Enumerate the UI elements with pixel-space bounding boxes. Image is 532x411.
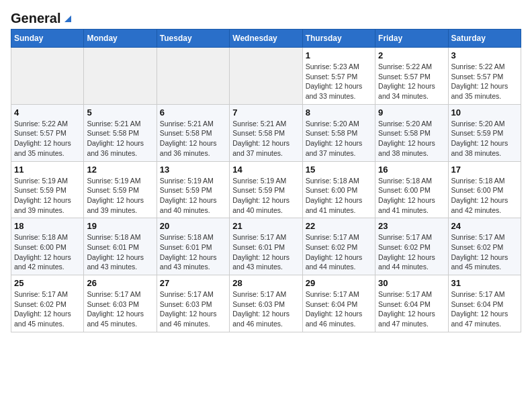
cell-date-number: 14 (232, 165, 299, 175)
cell-info-text: Sunrise: 5:21 AMSunset: 5:58 PMDaylight:… (87, 119, 153, 158)
calendar-cell: 16Sunrise: 5:18 AMSunset: 6:00 PMDayligh… (375, 161, 448, 218)
calendar-cell: 14Sunrise: 5:19 AMSunset: 5:59 PMDayligh… (230, 161, 302, 218)
cell-date-number: 5 (87, 107, 153, 118)
calendar-day-header: Monday (84, 30, 157, 48)
cell-date-number: 23 (378, 221, 445, 231)
cell-info-text: Sunrise: 5:18 AMSunset: 6:00 PMDaylight:… (378, 176, 445, 216)
cell-info-text: Sunrise: 5:17 AMSunset: 6:03 PMDaylight:… (87, 289, 153, 329)
cell-info-text: Sunrise: 5:17 AMSunset: 6:02 PMDaylight:… (306, 232, 372, 272)
calendar-cell: 12Sunrise: 5:19 AMSunset: 5:59 PMDayligh… (84, 161, 157, 218)
cell-info-text: Sunrise: 5:17 AMSunset: 6:04 PMDaylight:… (451, 289, 518, 329)
cell-date-number: 18 (14, 221, 81, 231)
calendar-cell: 30Sunrise: 5:17 AMSunset: 6:04 PMDayligh… (375, 275, 448, 332)
calendar-cell: 23Sunrise: 5:17 AMSunset: 6:02 PMDayligh… (375, 218, 448, 275)
calendar-cell (157, 48, 229, 105)
cell-info-text: Sunrise: 5:18 AMSunset: 6:01 PMDaylight:… (160, 232, 226, 272)
svg-marker-0 (64, 15, 71, 22)
calendar-cell: 17Sunrise: 5:18 AMSunset: 6:00 PMDayligh… (448, 161, 521, 218)
cell-date-number: 13 (160, 165, 226, 175)
cell-info-text: Sunrise: 5:18 AMSunset: 6:00 PMDaylight:… (14, 232, 81, 272)
cell-date-number: 6 (160, 107, 226, 118)
cell-date-number: 17 (451, 165, 518, 175)
cell-date-number: 19 (87, 221, 153, 231)
calendar-cell: 4Sunrise: 5:22 AMSunset: 5:57 PMDaylight… (11, 104, 84, 161)
calendar-cell: 7Sunrise: 5:21 AMSunset: 5:58 PMDaylight… (230, 104, 302, 161)
cell-date-number: 16 (378, 165, 445, 175)
calendar-week-row: 18Sunrise: 5:18 AMSunset: 6:00 PMDayligh… (11, 218, 521, 275)
cell-date-number: 24 (451, 221, 518, 231)
cell-date-number: 28 (232, 278, 299, 288)
calendar-cell: 10Sunrise: 5:20 AMSunset: 5:59 PMDayligh… (448, 104, 521, 161)
calendar-cell: 2Sunrise: 5:22 AMSunset: 5:57 PMDaylight… (375, 48, 448, 105)
cell-info-text: Sunrise: 5:19 AMSunset: 5:59 PMDaylight:… (160, 176, 226, 216)
calendar-cell: 28Sunrise: 5:17 AMSunset: 6:03 PMDayligh… (230, 275, 302, 332)
calendar-cell: 9Sunrise: 5:20 AMSunset: 5:58 PMDaylight… (375, 104, 448, 161)
cell-info-text: Sunrise: 5:22 AMSunset: 5:57 PMDaylight:… (378, 62, 445, 101)
cell-date-number: 26 (87, 278, 153, 288)
cell-date-number: 15 (306, 165, 372, 175)
cell-date-number: 25 (14, 278, 81, 288)
calendar-cell: 22Sunrise: 5:17 AMSunset: 6:02 PMDayligh… (302, 218, 375, 275)
cell-info-text: Sunrise: 5:17 AMSunset: 6:01 PMDaylight:… (232, 232, 299, 272)
calendar-week-row: 1Sunrise: 5:23 AMSunset: 5:57 PMDaylight… (11, 48, 521, 105)
calendar-cell: 18Sunrise: 5:18 AMSunset: 6:00 PMDayligh… (11, 218, 84, 275)
cell-date-number: 30 (378, 278, 445, 288)
calendar-cell: 19Sunrise: 5:18 AMSunset: 6:01 PMDayligh… (84, 218, 157, 275)
cell-info-text: Sunrise: 5:20 AMSunset: 5:58 PMDaylight:… (378, 119, 445, 158)
cell-info-text: Sunrise: 5:23 AMSunset: 5:57 PMDaylight:… (306, 62, 372, 101)
cell-info-text: Sunrise: 5:17 AMSunset: 6:02 PMDaylight:… (14, 289, 81, 329)
cell-info-text: Sunrise: 5:19 AMSunset: 5:59 PMDaylight:… (232, 176, 299, 216)
logo: General (11, 11, 74, 24)
calendar-header: SundayMondayTuesdayWednesdayThursdayFrid… (11, 30, 521, 48)
cell-info-text: Sunrise: 5:21 AMSunset: 5:58 PMDaylight:… (160, 119, 226, 158)
cell-info-text: Sunrise: 5:17 AMSunset: 6:02 PMDaylight:… (451, 232, 518, 272)
cell-info-text: Sunrise: 5:22 AMSunset: 5:57 PMDaylight:… (14, 119, 81, 158)
cell-info-text: Sunrise: 5:18 AMSunset: 6:01 PMDaylight:… (87, 232, 153, 272)
calendar-cell: 1Sunrise: 5:23 AMSunset: 5:57 PMDaylight… (302, 48, 375, 105)
calendar-cell (11, 48, 84, 105)
calendar-cell: 3Sunrise: 5:22 AMSunset: 5:57 PMDaylight… (448, 48, 521, 105)
cell-date-number: 3 (451, 50, 518, 60)
logo-arrow-icon (62, 13, 74, 25)
cell-date-number: 21 (232, 221, 299, 231)
calendar-week-row: 4Sunrise: 5:22 AMSunset: 5:57 PMDaylight… (11, 104, 521, 161)
calendar-day-header: Thursday (302, 30, 375, 48)
cell-date-number: 12 (87, 165, 153, 175)
cell-date-number: 20 (160, 221, 226, 231)
header: General (11, 11, 521, 24)
cell-info-text: Sunrise: 5:17 AMSunset: 6:03 PMDaylight:… (232, 289, 299, 329)
calendar-cell: 26Sunrise: 5:17 AMSunset: 6:03 PMDayligh… (84, 275, 157, 332)
cell-date-number: 22 (306, 221, 372, 231)
cell-info-text: Sunrise: 5:18 AMSunset: 6:00 PMDaylight:… (306, 176, 372, 216)
calendar-cell: 29Sunrise: 5:17 AMSunset: 6:04 PMDayligh… (302, 275, 375, 332)
cell-date-number: 29 (306, 278, 372, 288)
cell-date-number: 31 (451, 278, 518, 288)
calendar-cell: 8Sunrise: 5:20 AMSunset: 5:58 PMDaylight… (302, 104, 375, 161)
cell-info-text: Sunrise: 5:17 AMSunset: 6:04 PMDaylight:… (378, 289, 445, 329)
cell-date-number: 7 (232, 107, 299, 118)
calendar-cell: 11Sunrise: 5:19 AMSunset: 5:59 PMDayligh… (11, 161, 84, 218)
calendar-cell: 21Sunrise: 5:17 AMSunset: 6:01 PMDayligh… (230, 218, 302, 275)
logo-general: General (11, 11, 60, 26)
calendar-cell: 13Sunrise: 5:19 AMSunset: 5:59 PMDayligh… (157, 161, 229, 218)
calendar-day-header: Wednesday (230, 30, 302, 48)
cell-info-text: Sunrise: 5:21 AMSunset: 5:58 PMDaylight:… (232, 119, 299, 158)
cell-info-text: Sunrise: 5:22 AMSunset: 5:57 PMDaylight:… (451, 62, 518, 101)
calendar-day-header: Saturday (448, 30, 521, 48)
calendar-cell: 31Sunrise: 5:17 AMSunset: 6:04 PMDayligh… (448, 275, 521, 332)
cell-info-text: Sunrise: 5:19 AMSunset: 5:59 PMDaylight:… (14, 176, 81, 216)
cell-info-text: Sunrise: 5:20 AMSunset: 5:59 PMDaylight:… (451, 119, 518, 158)
cell-date-number: 11 (14, 165, 81, 175)
calendar-day-header: Sunday (11, 30, 84, 48)
calendar-cell: 25Sunrise: 5:17 AMSunset: 6:02 PMDayligh… (11, 275, 84, 332)
calendar-cell: 24Sunrise: 5:17 AMSunset: 6:02 PMDayligh… (448, 218, 521, 275)
cell-date-number: 27 (160, 278, 226, 288)
cell-date-number: 4 (14, 107, 81, 118)
calendar-cell (84, 48, 157, 105)
calendar-cell: 15Sunrise: 5:18 AMSunset: 6:00 PMDayligh… (302, 161, 375, 218)
cell-info-text: Sunrise: 5:17 AMSunset: 6:03 PMDaylight:… (160, 289, 226, 329)
calendar-week-row: 11Sunrise: 5:19 AMSunset: 5:59 PMDayligh… (11, 161, 521, 218)
calendar-cell: 5Sunrise: 5:21 AMSunset: 5:58 PMDaylight… (84, 104, 157, 161)
calendar-week-row: 25Sunrise: 5:17 AMSunset: 6:02 PMDayligh… (11, 275, 521, 332)
calendar-cell: 20Sunrise: 5:18 AMSunset: 6:01 PMDayligh… (157, 218, 229, 275)
